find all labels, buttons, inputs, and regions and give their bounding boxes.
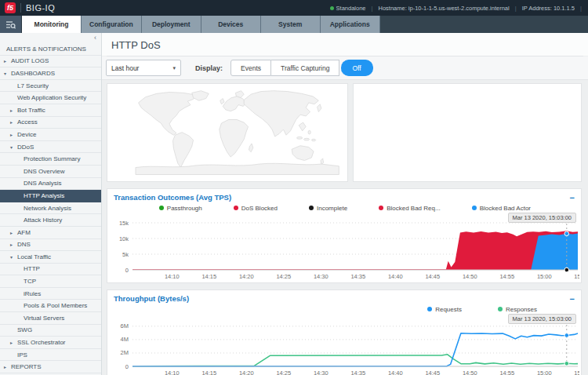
chevron-down-icon: ▾ <box>172 65 176 71</box>
traffic-capturing-button[interactable]: Traffic Capturing <box>271 60 339 76</box>
time-range-select[interactable]: Last hour ▾ <box>106 60 181 76</box>
legend-item-responses[interactable]: Responses <box>498 306 537 313</box>
display-toggle-group: EventsTraffic CapturingOff <box>230 60 373 76</box>
chevron-right-icon[interactable]: ▸ <box>10 107 17 113</box>
chevron-right-icon[interactable]: ▸ <box>4 364 11 370</box>
product-name: BIG-IQ <box>26 3 55 13</box>
svg-text:10k: 10k <box>119 235 129 242</box>
search-menu-icon[interactable] <box>0 16 22 33</box>
sidebar-item-label: ALERTS & NOTIFICATIONS <box>6 46 86 53</box>
system-status: Standalone | Hostname: ip-10-1-1-5.us-we… <box>330 5 582 12</box>
chevron-down-icon[interactable]: ▾ <box>10 144 17 150</box>
svg-text:6M: 6M <box>121 322 129 329</box>
legend-dot-icon <box>234 206 238 210</box>
sidebar-item-label: AFM <box>17 229 31 236</box>
tab-devices[interactable]: Devices <box>201 16 261 33</box>
sidebar-item-web-application-security[interactable]: Web Application Security <box>0 92 101 104</box>
svg-text:2M: 2M <box>121 349 129 356</box>
off-button[interactable]: Off <box>341 60 372 76</box>
sidebar-item-virtual-servers[interactable]: Virtual Servers <box>0 312 101 325</box>
sidebar-item-afm[interactable]: ▸AFM <box>0 227 101 239</box>
tab-deployment[interactable]: Deployment <box>142 16 201 33</box>
sidebar-item-swg[interactable]: SWG <box>0 325 101 337</box>
sidebar-item-device[interactable]: ▸Device <box>0 129 101 141</box>
sidebar-item-label: Virtual Servers <box>24 315 64 322</box>
bigiq-app-window: f5 BIG-IQ Standalone | Hostname: ip-10-1… <box>0 0 588 375</box>
sidebar-item-access[interactable]: ▸Access <box>0 117 101 129</box>
transaction-outcomes-chart[interactable]: 05k10k15k14:1014:1514:2014:2514:3014:351… <box>109 213 579 281</box>
legend-label: Passthrough <box>167 205 202 212</box>
sidebar-item-local-traffic[interactable]: ▾Local Traffic <box>0 251 101 264</box>
legend-item-dos-blocked[interactable]: DoS Blocked <box>234 205 278 212</box>
display-label: Display: <box>195 64 223 72</box>
sidebar-item-http-analysis[interactable]: HTTP Analysis <box>0 190 101 202</box>
svg-text:14:35: 14:35 <box>350 370 365 375</box>
sidebar-item-dashboards[interactable]: ▾DASHBOARDS <box>0 67 101 80</box>
sidebar-collapse-icon[interactable]: ‹ <box>0 33 101 43</box>
page-header: HTTP DoS <box>102 33 588 56</box>
legend-item-blocked-bad-req-[interactable]: Blocked Bad Req... <box>379 205 440 212</box>
sidebar-item-attack-history[interactable]: Attack History <box>0 214 101 227</box>
sidebar-item-irules[interactable]: iRules <box>0 288 101 300</box>
sidebar-item-label: DDoS <box>17 144 34 151</box>
collapse-panel-icon[interactable]: − <box>570 296 575 302</box>
sidebar-item-dns-overview[interactable]: DNS Overview <box>0 166 101 178</box>
panel-header: Throughput (Bytes/s) − <box>107 290 581 304</box>
svg-text:15:05: 15:05 <box>574 273 579 280</box>
sidebar-item-audit-logs[interactable]: ▸AUDIT LOGS <box>0 56 101 68</box>
events-button[interactable]: Events <box>230 60 271 76</box>
svg-text:14:35: 14:35 <box>350 273 365 280</box>
legend-label: Responses <box>506 306 537 313</box>
sidebar-item-label: Attack History <box>24 217 62 224</box>
svg-text:14:30: 14:30 <box>314 273 328 280</box>
collapse-panel-icon[interactable]: − <box>570 195 575 201</box>
sidebar-item-reports[interactable]: ▸REPORTS <box>0 361 101 373</box>
legend-dot-icon <box>309 206 314 210</box>
world-map-card <box>107 83 348 182</box>
sidebar-item-dns[interactable]: ▸DNS <box>0 239 101 252</box>
svg-text:14:45: 14:45 <box>425 273 440 280</box>
chevron-right-icon[interactable]: ▸ <box>10 119 17 125</box>
chevron-right-icon[interactable]: ▸ <box>10 230 17 235</box>
legend-item-blocked-bad-actor[interactable]: Blocked Bad Actor <box>472 205 531 212</box>
chevron-right-icon[interactable]: ▸ <box>4 58 11 64</box>
svg-text:14:40: 14:40 <box>388 370 403 375</box>
hostname-value: Hostname: ip-10-1-1-5.us-west-2.compute.… <box>379 5 510 12</box>
sidebar-item-l7-security[interactable]: L7 Security <box>0 80 101 93</box>
legend-dot-icon <box>472 206 477 210</box>
chart-legend: PassthroughDoS BlockedIncompleteBlocked … <box>107 202 581 213</box>
sidebar-item-ddos[interactable]: ▾DDoS <box>0 141 101 154</box>
chevron-right-icon[interactable]: ▸ <box>10 132 17 137</box>
legend-item-passthrough[interactable]: Passthrough <box>159 205 202 212</box>
sidebar-item-ips[interactable]: IPS <box>0 349 101 362</box>
sidebar-item-tcp[interactable]: TCP <box>0 275 101 288</box>
legend-label: DoS Blocked <box>241 205 278 212</box>
sidebar-item-label: Device <box>17 131 36 138</box>
chevron-right-icon[interactable]: ▸ <box>10 242 17 247</box>
chevron-down-icon[interactable]: ▾ <box>10 254 17 260</box>
page-title: HTTP DoS <box>111 39 161 51</box>
sidebar-item-network-analysis[interactable]: Network Analysis <box>0 202 101 215</box>
sidebar-item-pools-pool-members[interactable]: Pools & Pool Members <box>0 300 101 312</box>
tab-monitoring[interactable]: Monitoring <box>22 16 82 33</box>
legend-dot-icon <box>427 307 432 311</box>
sidebar-item-ssl-orchestrator[interactable]: ▸SSL Orchestrator <box>0 337 101 349</box>
tab-configuration[interactable]: Configuration <box>82 16 142 33</box>
sidebar-item-dns-analysis[interactable]: DNS Analysis <box>0 178 101 191</box>
sidebar-item-label: Web Application Security <box>17 94 86 101</box>
sidebar-item-alerts-notifications[interactable]: ALERTS & NOTIFICATIONS <box>0 43 101 56</box>
tab-applications[interactable]: Applications <box>321 16 380 33</box>
legend-item-incomplete[interactable]: Incomplete <box>309 205 347 212</box>
svg-text:14:50: 14:50 <box>463 273 477 280</box>
sidebar-item-label: L7 Security <box>17 82 49 89</box>
sidebar-item-label: HTTP Analysis <box>24 192 64 199</box>
legend-item-requests[interactable]: Requests <box>427 306 462 313</box>
main-nav-tabs: MonitoringConfigurationDeploymentDevices… <box>0 16 588 33</box>
sidebar-item-protection-summary[interactable]: Protection Summary <box>0 153 101 166</box>
sidebar-item-http[interactable]: HTTP <box>0 264 101 276</box>
cursor-tooltip: Mar 13 2020, 15:03:00 <box>508 314 576 324</box>
chevron-down-icon[interactable]: ▾ <box>4 71 11 76</box>
sidebar-item-bot-traffic[interactable]: ▸Bot Traffic <box>0 104 101 117</box>
tab-system[interactable]: System <box>261 16 321 33</box>
chevron-right-icon[interactable]: ▸ <box>10 340 17 345</box>
